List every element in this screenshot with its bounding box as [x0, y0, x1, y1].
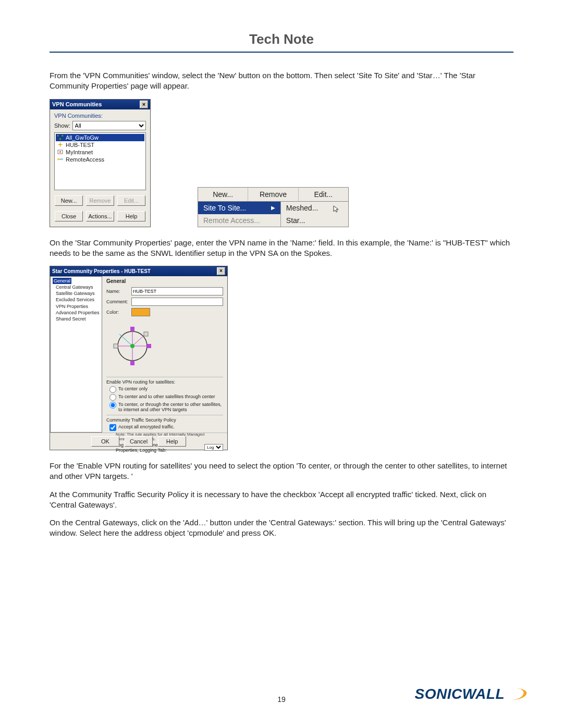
menu-label: Site To Site...: [203, 204, 246, 212]
tree-item-general[interactable]: General: [53, 278, 71, 284]
menu-meshed[interactable]: Meshed...: [281, 202, 348, 214]
comment-field[interactable]: [131, 298, 223, 306]
vpn-win-titlebar: VPN Communities ×: [50, 100, 150, 109]
tri-edit-button[interactable]: Edit...: [299, 188, 348, 201]
svg-point-20: [130, 344, 134, 348]
paragraph-2: On the 'Star Community Properties' page,…: [50, 238, 513, 259]
paragraph-3: For the 'Enable VPN routing for satellit…: [50, 461, 513, 482]
opt-center-only[interactable]: To center only: [106, 386, 223, 393]
page-title: Tech Note: [50, 31, 513, 47]
menu-label: Meshed...: [286, 204, 318, 212]
opt-center-internet[interactable]: To center, or through the center to othe…: [106, 402, 223, 413]
ok-button[interactable]: OK: [91, 436, 119, 447]
svg-point-6: [57, 158, 59, 161]
color-select[interactable]: [131, 308, 150, 316]
list-item[interactable]: RemoteAccess: [56, 156, 144, 163]
sonicwall-logo: SONICWALL: [415, 686, 527, 702]
tri-new-button[interactable]: New...: [198, 188, 248, 201]
page-number: 19: [277, 695, 286, 704]
vpn-communities-window: VPN Communities × VPN Communities: Show:…: [50, 99, 151, 227]
svg-rect-15: [130, 327, 134, 331]
new-button[interactable]: New...: [55, 195, 83, 206]
name-field[interactable]: [131, 287, 223, 295]
menu-label: Remote Access...: [203, 216, 260, 225]
name-label: Name:: [106, 289, 128, 294]
list-item-label: RemoteAccess: [66, 156, 104, 163]
opt-center-satellites[interactable]: To center and to other satellites throug…: [106, 394, 223, 401]
list-item[interactable]: HUB-TEST: [56, 141, 144, 149]
color-label: Color:: [106, 310, 128, 315]
log-select[interactable]: Log: [204, 444, 223, 451]
menu-remote-access[interactable]: Remote Access...: [198, 214, 280, 227]
tree-item[interactable]: VPN Properties: [53, 303, 100, 310]
mesh-icon: [57, 134, 64, 140]
close-icon[interactable]: ×: [140, 101, 148, 108]
remove-button[interactable]: Remove: [86, 195, 114, 206]
swoosh-icon: [499, 688, 529, 700]
paragraph-5: On the Central Gateways, click on the 'A…: [50, 517, 513, 539]
vpn-win-title: VPN Communities: [52, 101, 102, 107]
comment-label: Comment:: [106, 299, 128, 304]
list-item[interactable]: All_GwToGw: [56, 134, 144, 141]
new-menu-cluster: New... Remove Edit... Site To Site... ▶ …: [198, 187, 349, 227]
tree-item[interactable]: Satellite Gateways: [53, 290, 100, 297]
cancel-button[interactable]: Cancel: [125, 436, 153, 447]
close-icon[interactable]: ×: [217, 267, 225, 275]
star-icon: [57, 142, 64, 147]
svg-rect-17: [130, 361, 134, 365]
star-win-titlebar: Star Community Properties - HUB-TEST ×: [50, 266, 227, 276]
menu-star[interactable]: Star...: [281, 214, 348, 227]
show-select[interactable]: All: [72, 121, 146, 130]
tree-item[interactable]: Shared Secret: [53, 316, 100, 322]
tree-item[interactable]: Central Gateways: [53, 284, 100, 290]
help-button[interactable]: Help: [158, 436, 186, 447]
svg-point-7: [61, 158, 63, 161]
tree-item[interactable]: Excluded Services: [53, 297, 100, 303]
vpn-list[interactable]: All_GwToGw HUB-TEST MyIntranet RemoteAcc…: [54, 132, 146, 190]
intranet-icon: [57, 149, 64, 155]
paragraph-1: From the 'VPN Communities' window, selec…: [50, 70, 513, 92]
actions-button[interactable]: Actions...: [86, 211, 114, 221]
list-item[interactable]: MyIntranet: [56, 149, 144, 156]
svg-point-5: [59, 151, 61, 153]
edit-button[interactable]: Edit...: [117, 195, 145, 206]
close-button[interactable]: Close: [55, 211, 83, 221]
list-item-label: HUB-TEST: [66, 142, 94, 148]
svg-rect-18: [114, 344, 118, 348]
tri-remove-button[interactable]: Remove: [248, 188, 298, 201]
tree-item[interactable]: Advanced Properties: [53, 310, 100, 316]
vpn-group-label: VPN Communities:: [54, 113, 146, 119]
list-item-label: MyIntranet: [66, 149, 93, 155]
svg-rect-16: [147, 344, 151, 348]
section-heading: General: [106, 278, 223, 284]
chevron-right-icon: ▶: [271, 205, 275, 211]
show-label: Show:: [54, 122, 70, 129]
logo-text: SONICWALL: [415, 686, 505, 702]
svg-rect-19: [144, 332, 148, 336]
star-topology-diagram: [106, 323, 158, 369]
star-properties-window: Star Community Properties - HUB-TEST × G…: [50, 266, 228, 450]
paragraph-4: At the Community Traffic Security Policy…: [50, 489, 513, 511]
svg-line-13: [132, 334, 145, 346]
remote-access-icon: [57, 156, 64, 162]
menu-site-to-site[interactable]: Site To Site... ▶: [198, 202, 280, 214]
security-title: Community Traffic Security Policy: [106, 417, 223, 423]
list-item-label: All_GwToGw: [66, 134, 99, 141]
menu-label: Star...: [286, 216, 305, 225]
star-nav-tree[interactable]: General Central Gateways Satellite Gatew…: [50, 276, 102, 433]
cursor-icon: [333, 205, 341, 213]
star-win-title: Star Community Properties - HUB-TEST: [52, 268, 151, 274]
opt-accept-encrypted[interactable]: Accept all encrypted traffic.: [106, 424, 223, 431]
svg-line-14: [119, 334, 132, 346]
routing-title: Enable VPN routing for satellites:: [106, 379, 223, 385]
header-rule: [50, 52, 513, 53]
help-button[interactable]: Help: [117, 211, 145, 221]
